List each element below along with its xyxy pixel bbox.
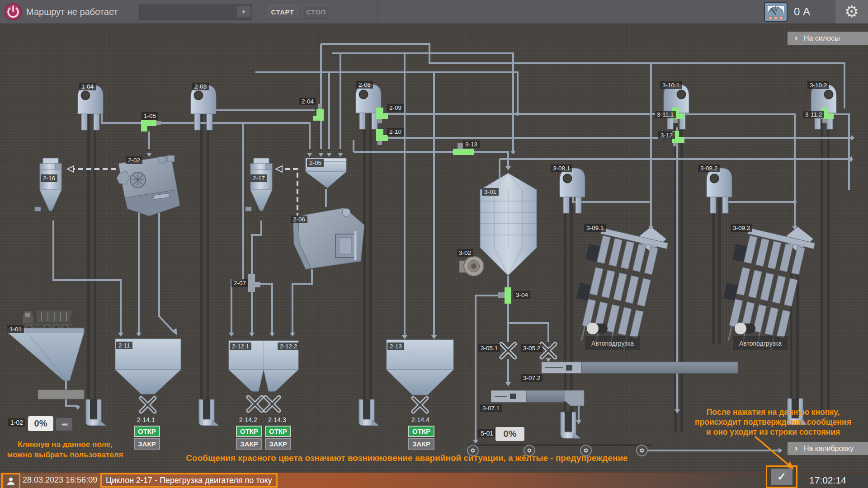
- tag-1-02: 1-02: [8, 418, 25, 427]
- machine-2-02[interactable]: [117, 155, 180, 216]
- cyclone-2-17[interactable]: [245, 158, 272, 211]
- tag-2-13: 2-13: [387, 343, 404, 350]
- tag-3-08-2: 3-08.2: [698, 164, 720, 172]
- gear-icon: ⚙: [844, 4, 859, 20]
- toggle-knob: [587, 323, 599, 334]
- fan-3-02[interactable]: [459, 256, 484, 276]
- severity-hint: Сообщения красного цвета означают возник…: [140, 453, 674, 463]
- check-icon: ✓: [777, 470, 786, 483]
- open-valve-2-14-3[interactable]: ОТКР: [265, 426, 291, 437]
- tag-1-04: 1-04: [79, 83, 96, 90]
- toggle-knob: [735, 323, 746, 334]
- close-valve-2-14-1[interactable]: ЗАКР: [134, 438, 160, 450]
- current-time: 17:02:14: [809, 472, 846, 488]
- tag-3-11-1: 3-11.1: [655, 111, 676, 118]
- tag-3-05-1: 3-05.1: [478, 344, 500, 352]
- ammeter-icon: A: [764, 2, 788, 22]
- start-button[interactable]: СТАРТ: [268, 5, 297, 19]
- nav-silos-label: На силосы: [804, 34, 840, 42]
- nav-calibration-label: На калибровку: [804, 445, 854, 453]
- machine-3-09-1: [567, 226, 668, 355]
- tag-2-12-2: 2-12.2: [278, 343, 299, 350]
- toolbar-divider: [134, 0, 134, 23]
- tag-2-12-1: 2-12.1: [230, 343, 251, 350]
- close-valve-2-14-2[interactable]: ЗАКР: [236, 438, 262, 450]
- tag-3-10-2: 3-10.2: [807, 81, 829, 89]
- cyclone-2-16[interactable]: [35, 158, 61, 211]
- top-toolbar: Маршрут не работает ▼ СТАРТ СТОП A 0 А ⚙: [0, 0, 868, 24]
- chevron-right-icon: ›: [795, 33, 797, 43]
- truck-level-field[interactable]: 0%: [28, 416, 53, 431]
- tag-2-04: 2-04: [299, 98, 316, 105]
- tag-3-01: 3-01: [482, 188, 499, 196]
- close-valve-2-14-3[interactable]: ЗАКР: [265, 438, 291, 450]
- stop-button[interactable]: СТОП: [302, 5, 330, 19]
- tag-2-16: 2-16: [41, 174, 57, 182]
- tag-2-14-2: 2-14.2: [237, 416, 259, 424]
- autoload-label-1: Автоподгрузка: [585, 336, 640, 350]
- rewind-icon: ◀◀: [61, 422, 67, 427]
- tag-3-04: 3-04: [514, 291, 530, 299]
- open-valve-2-14-4[interactable]: ОТКР: [408, 426, 434, 437]
- tag-2-08: 2-08: [356, 81, 373, 89]
- tag-3-05-2: 3-05.2: [521, 344, 542, 352]
- hopper-1-01: [7, 328, 84, 399]
- user-select-hint: Кликнув на данное поле,можно выбрать пол…: [6, 439, 124, 460]
- autoload-toggle-1[interactable]: [588, 324, 608, 333]
- tag-2-02: 2-02: [126, 156, 142, 164]
- ack-button[interactable]: ✓: [771, 469, 793, 485]
- elevator-legs: [89, 113, 828, 432]
- alarm-datetime: 28.03.2023 16:56:09 |: [23, 472, 102, 488]
- tag-3-08-1: 3-08.1: [551, 164, 572, 172]
- ack-highlight-box: ✓: [766, 465, 797, 488]
- tag-3-07-1: 3-07.1: [480, 404, 502, 412]
- tag-3-12: 3-12: [658, 131, 675, 139]
- conveyor-3-07-2[interactable]: [542, 362, 738, 373]
- route-select[interactable]: ▼: [139, 5, 252, 20]
- tag-2-14-3: 2-14.3: [266, 416, 288, 424]
- power-icon: [5, 3, 22, 20]
- tag-2-11: 2-11: [116, 342, 132, 349]
- ack-hint: После нажатия на данную кнопку,происходи…: [682, 407, 864, 437]
- process-diagram: [0, 0, 868, 472]
- tag-3-07-2: 3-07.2: [521, 374, 542, 382]
- scada-root: Маршрут не работает ▼ СТАРТ СТОП A 0 А ⚙: [0, 0, 868, 488]
- collapse-button[interactable]: ◀◀: [56, 418, 72, 431]
- tag-3-09-2: 3-09.2: [731, 224, 752, 232]
- alarm-message: Циклон 2-17 - Перегрузка двигателя по то…: [100, 473, 278, 488]
- user-select-button[interactable]: [1, 473, 20, 488]
- toolbar-divider: [377, 0, 378, 23]
- nav-calibration-button[interactable]: › На калибровку: [788, 442, 868, 455]
- tag-2-03: 2-03: [192, 83, 209, 90]
- chevron-down-icon[interactable]: ▼: [237, 6, 250, 17]
- chevron-right-icon: ›: [795, 444, 797, 453]
- open-valve-2-14-1[interactable]: ОТКР: [134, 426, 160, 437]
- tag-3-02: 3-02: [457, 249, 473, 257]
- tag-1-01: 1-01: [7, 325, 24, 333]
- tag-2-17: 2-17: [250, 174, 267, 182]
- autoload-label-2: Автоподгрузка: [733, 336, 788, 350]
- current-value: 0 А: [794, 0, 810, 23]
- tag-3-10-1: 3-10.1: [660, 81, 682, 89]
- tag-2-05: 2-05: [307, 159, 324, 167]
- user-icon: [6, 477, 15, 486]
- tag-2-14-4: 2-14.4: [409, 416, 432, 424]
- tag-2-06: 2-06: [291, 216, 307, 223]
- route-status-text: Маршрут не работает: [26, 0, 118, 23]
- tag-5-01: 5-01: [478, 429, 495, 437]
- settings-button[interactable]: ⚙: [835, 0, 868, 23]
- tag-3-09-1: 3-09.1: [584, 224, 606, 232]
- close-valve-2-14-4[interactable]: ЗАКР: [408, 438, 434, 450]
- svg-text:A: A: [774, 8, 778, 12]
- tag-3-11-2: 3-11.2: [803, 111, 824, 118]
- machine-3-09-2: [714, 226, 815, 355]
- tag-1-05: 1-05: [142, 112, 158, 120]
- autoload-toggle-2[interactable]: [736, 324, 755, 333]
- belt-level-field[interactable]: 0%: [495, 427, 524, 441]
- nav-silos-button[interactable]: › На силосы: [788, 32, 868, 45]
- tag-3-13: 3-13: [463, 141, 480, 148]
- tag-2-10: 2-10: [387, 128, 404, 136]
- open-valve-2-14-2[interactable]: ОТКР: [236, 426, 262, 437]
- tag-2-14-1: 2-14.1: [135, 416, 157, 424]
- conveyor-3-07-1[interactable]: [491, 390, 584, 406]
